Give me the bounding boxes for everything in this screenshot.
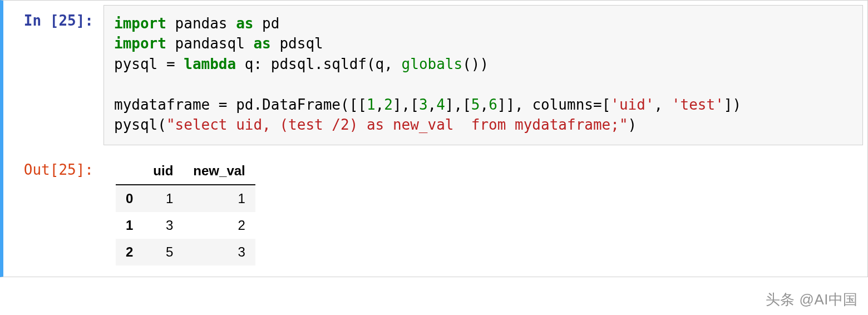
- code-token: pysql(: [114, 116, 166, 133]
- code-token: ()): [462, 56, 489, 72]
- code-token: 'uid': [610, 96, 654, 113]
- dataframe-index-cell: 0: [116, 185, 143, 212]
- dataframe-cell: 5: [143, 239, 183, 265]
- code-token: 3: [419, 96, 428, 113]
- code-token: 5: [471, 96, 480, 113]
- output-area: uidnew_val 011132253: [103, 150, 867, 277]
- dataframe-cell: 3: [143, 212, 183, 239]
- table-row: 132: [116, 212, 255, 239]
- dataframe-body: 011132253: [116, 185, 255, 265]
- code-token: pd.DataFrame([[: [228, 96, 367, 113]
- input-prompt-area: In [25]:: [3, 1, 103, 31]
- code-token: ]): [724, 96, 741, 113]
- code-token: pandas: [166, 15, 236, 32]
- dataframe-cell: 3: [183, 239, 255, 265]
- watermark: 头条 @AI中国: [766, 290, 858, 309]
- code-token: q: pdsql.sqldf(q,: [236, 56, 401, 72]
- code-token: 6: [489, 96, 497, 113]
- code-block[interactable]: import pandas as pd import pandasql as p…: [114, 13, 852, 135]
- code-token: ],[: [393, 96, 419, 113]
- code-token: [: [602, 96, 611, 113]
- code-token: ]], columns: [497, 96, 593, 113]
- code-token: =: [593, 96, 602, 113]
- code-token: 2: [384, 96, 393, 113]
- code-token: =: [166, 56, 175, 72]
- code-token: as: [236, 15, 253, 32]
- code-token: "select uid, (test /2) as new_val from m…: [166, 116, 628, 133]
- code-token: pysql: [114, 56, 166, 72]
- code-token: ,: [654, 96, 672, 113]
- code-token: pdsql: [271, 35, 323, 52]
- dataframe-cell: 2: [183, 212, 255, 239]
- code-token: globals: [402, 56, 463, 72]
- input-row: In [25]: import pandas as pd import pand…: [3, 1, 867, 150]
- input-prompt: In [25]:: [24, 12, 93, 29]
- table-row: 011: [116, 185, 255, 212]
- notebook-cell: In [25]: import pandas as pd import pand…: [0, 0, 868, 277]
- code-token: import: [114, 15, 166, 32]
- code-token: ,: [428, 96, 437, 113]
- dataframe-header-row: uidnew_val: [116, 158, 255, 185]
- code-token: as: [253, 35, 270, 52]
- dataframe-index-header: [116, 158, 143, 185]
- code-token: lambda: [184, 56, 236, 72]
- code-token: 1: [367, 96, 376, 113]
- code-token: =: [219, 96, 228, 113]
- output-prompt: Out[25]:: [24, 161, 93, 178]
- dataframe-cell: 1: [143, 185, 183, 212]
- dataframe-index-cell: 2: [116, 239, 143, 265]
- code-token: 4: [436, 96, 445, 113]
- code-token: ,: [480, 96, 489, 113]
- output-prompt-area: Out[25]:: [3, 150, 103, 180]
- dataframe-index-cell: 1: [116, 212, 143, 239]
- dataframe-column-header: new_val: [183, 158, 255, 185]
- dataframe-table: uidnew_val 011132253: [116, 158, 255, 265]
- code-token: import: [114, 35, 166, 52]
- code-token: [175, 56, 184, 72]
- dataframe-column-header: uid: [143, 158, 183, 185]
- code-token: ,: [376, 96, 384, 113]
- code-token: pd: [253, 15, 279, 32]
- dataframe-cell: 1: [183, 185, 255, 212]
- table-row: 253: [116, 239, 255, 265]
- code-token: ],[: [445, 96, 471, 113]
- code-token: pandasql: [166, 35, 254, 52]
- output-row: Out[25]: uidnew_val 011132253: [3, 150, 867, 277]
- code-token: ): [628, 116, 637, 133]
- code-token: 'test': [672, 96, 724, 113]
- code-token: mydataframe: [114, 96, 219, 113]
- code-input-area[interactable]: import pandas as pd import pandasql as p…: [103, 5, 863, 145]
